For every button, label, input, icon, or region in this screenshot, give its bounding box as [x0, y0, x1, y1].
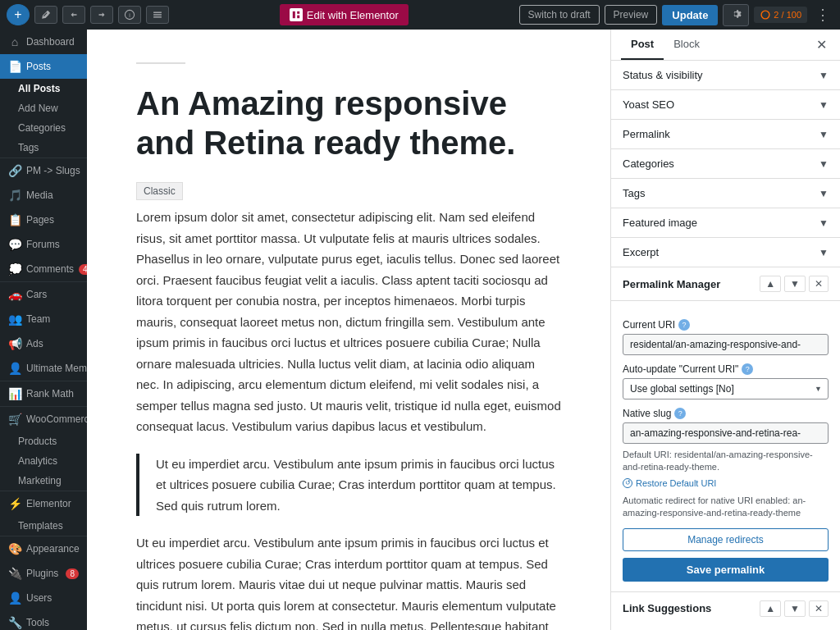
sidebar-item-cars[interactable]: 🚗 Cars — [0, 282, 87, 307]
woo-icon: 🛒 — [8, 413, 21, 426]
pencil-button[interactable] — [34, 6, 57, 24]
edit-elementor-button[interactable]: Edit with Elementor — [280, 4, 409, 25]
featured-image-section: Featured image ▼ — [611, 208, 840, 238]
sidebar-item-pages[interactable]: 📋 Pages — [0, 208, 87, 232]
native-slug-input[interactable] — [623, 422, 829, 444]
excerpt-header[interactable]: Excerpt ▼ — [611, 238, 840, 267]
sidebar-item-all-posts[interactable]: All Posts — [0, 79, 87, 98]
permalink-manager-body: Current URI ? Auto-update "Current URI" … — [611, 301, 840, 591]
list-view-button[interactable] — [146, 6, 169, 24]
svg-text:i: i — [129, 12, 130, 18]
link-suggestions-header[interactable]: Link Suggestions ▲ ▼ ✕ — [611, 591, 840, 625]
sidebar-item-rank-math[interactable]: 📊 Rank Math — [0, 381, 87, 406]
link-suggestions-down-button[interactable]: ▼ — [784, 600, 806, 617]
restore-icon: ↺ — [623, 478, 632, 488]
sidebar-item-comments[interactable]: 💭 Comments 4 — [0, 257, 87, 281]
permalink-header[interactable]: Permalink ▼ — [611, 120, 840, 148]
redo-icon — [96, 9, 107, 21]
native-slug-label: Native slug ? — [623, 408, 829, 419]
team-icon: 👥 — [8, 313, 21, 326]
link-suggestions-up-button[interactable]: ▲ — [760, 600, 781, 617]
sidebar-item-team[interactable]: 👥 Team — [0, 307, 87, 331]
tags-chevron-icon: ▼ — [819, 188, 829, 199]
post-title[interactable]: An Amazing responsive and Retina ready t… — [136, 84, 561, 162]
manage-redirects-button[interactable]: Manage redirects — [623, 528, 829, 551]
content-editor[interactable]: An Amazing responsive and Retina ready t… — [87, 30, 610, 630]
link-suggestions-section: Link Suggestions ▲ ▼ ✕ We can't show any… — [611, 591, 840, 630]
excerpt-chevron-icon: ▼ — [819, 247, 829, 258]
sidebar-item-pm-slugs[interactable]: 🔗 PM -> Slugs — [0, 158, 87, 183]
yoast-header[interactable]: Yoast SEO ▼ — [611, 90, 840, 119]
info-button[interactable]: i — [118, 6, 141, 24]
tags-header[interactable]: Tags ▼ — [611, 179, 840, 208]
tab-post[interactable]: Post — [621, 30, 664, 60]
post-content[interactable]: Lorem ipsum dolor sit amet, consectetur … — [136, 207, 561, 437]
permalink-manager-title: Permalink Manager — [623, 278, 720, 290]
switch-draft-button[interactable]: Switch to draft — [519, 5, 600, 25]
sidebar-item-woocommerce[interactable]: 🛒 WooCommerce — [0, 407, 87, 431]
sidebar-item-tools[interactable]: 🔧 Tools — [0, 610, 87, 630]
sidebar-item-elementor[interactable]: ⚡ Elementor — [0, 491, 87, 516]
sidebar-item-tags[interactable]: Tags — [0, 138, 87, 158]
categories-header[interactable]: Categories ▼ — [611, 149, 840, 178]
tab-block[interactable]: Block — [664, 30, 710, 60]
featured-image-header[interactable]: Featured image ▼ — [611, 208, 840, 237]
sidebar-item-ultimate-member[interactable]: 👤 Ultimate Member — [0, 356, 87, 381]
sidebar-item-categories[interactable]: Categories — [0, 118, 87, 138]
comments-badge: 4 — [79, 264, 87, 275]
redo-button[interactable] — [90, 6, 113, 24]
sidebar-item-add-new[interactable]: Add New — [0, 98, 87, 118]
status-visibility-header[interactable]: Status & visibility ▼ — [611, 61, 840, 89]
excerpt-title: Excerpt — [623, 246, 659, 258]
auto-update-label: Auto-update "Current URI" ? — [623, 363, 829, 375]
sidebar-section-woo: 🛒 WooCommerce Products Analytics Marketi… — [0, 406, 87, 491]
current-uri-label: Current URI ? — [623, 319, 829, 331]
excerpt-section: Excerpt ▼ — [611, 238, 840, 267]
current-uri-help-icon[interactable]: ? — [678, 319, 690, 331]
sidebar-item-appearance[interactable]: 🎨 Appearance — [0, 536, 87, 561]
link-suggestions-close-button[interactable]: ✕ — [809, 600, 829, 617]
auto-update-select[interactable]: Use global settings [No]YesNo — [623, 378, 829, 399]
gear-icon — [730, 8, 742, 20]
save-permalink-button[interactable]: Save permalink — [623, 558, 829, 582]
post-content-2[interactable]: Ut eu imperdiet arcu. Vestibulum ante ip… — [136, 532, 561, 630]
auto-update-help-icon[interactable]: ? — [742, 363, 753, 375]
sidebar-section-cars: 🚗 Cars — [0, 281, 87, 307]
sidebar-item-plugins[interactable]: 🔌 Plugins 8 — [0, 561, 87, 586]
categories-chevron-icon: ▼ — [819, 158, 829, 170]
comments-icon: 💭 — [8, 262, 21, 276]
sidebar-item-ads[interactable]: 📢 Ads — [0, 331, 87, 356]
more-options-button[interactable]: ⋮ — [812, 6, 833, 24]
add-new-button[interactable]: + — [7, 4, 30, 25]
pm-down-button[interactable]: ▼ — [784, 276, 806, 292]
sidebar-item-analytics[interactable]: Analytics — [0, 451, 87, 471]
appearance-icon: 🎨 — [8, 542, 21, 555]
status-visibility-section: Status & visibility ▼ — [611, 61, 840, 90]
sidebar-section-elementor: ⚡ Elementor Templates — [0, 491, 87, 536]
sidebar-item-posts[interactable]: 📄 Posts — [0, 54, 87, 79]
permalink-manager-header[interactable]: Permalink Manager ▲ ▼ ✕ — [611, 267, 840, 301]
current-uri-input[interactable] — [623, 334, 829, 355]
sidebar-item-products[interactable]: Products — [0, 431, 87, 451]
sidebar-item-users[interactable]: 👤 Users — [0, 586, 87, 610]
yoast-section: Yoast SEO ▼ — [611, 90, 840, 120]
native-slug-help-icon[interactable]: ? — [674, 408, 686, 419]
pm-up-button[interactable]: ▲ — [760, 276, 781, 292]
permalink-section: Permalink ▼ — [611, 120, 840, 149]
preview-button[interactable]: Preview — [605, 5, 658, 25]
sidebar-item-marketing[interactable]: Marketing — [0, 471, 87, 491]
pm-icon: 🔗 — [8, 164, 21, 177]
update-button[interactable]: Update — [662, 5, 718, 25]
undo-button[interactable] — [62, 6, 85, 24]
sidebar-item-media[interactable]: 🎵 Media — [0, 183, 87, 208]
sidebar-item-templates[interactable]: Templates — [0, 516, 87, 536]
tools-icon: 🔧 — [8, 616, 21, 629]
list-icon — [152, 9, 163, 21]
panel-close-button[interactable]: ✕ — [813, 34, 830, 56]
settings-button[interactable] — [723, 4, 749, 26]
featured-chevron-icon: ▼ — [819, 217, 829, 229]
sidebar-item-dashboard[interactable]: ⌂ Dashboard — [0, 30, 87, 54]
restore-default-uri-link[interactable]: ↺ Restore Default URI — [623, 478, 829, 488]
sidebar-item-forums[interactable]: 💬 Forums — [0, 232, 87, 257]
pm-close-button[interactable]: ✕ — [809, 276, 829, 292]
